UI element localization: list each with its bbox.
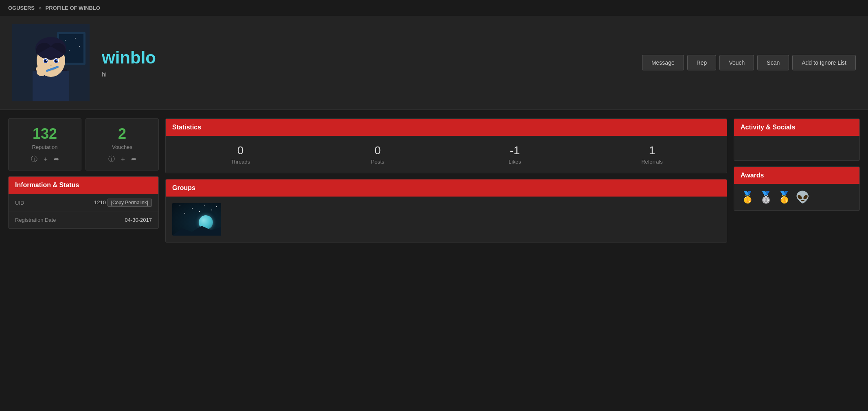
award-3[interactable]: 🥇: [777, 190, 791, 204]
group-badge[interactable]: [172, 203, 221, 236]
registration-value: 04-30-2017: [125, 217, 152, 223]
activity-content: [734, 136, 859, 160]
right-column: Activity & Socials Awards 🥇 🥈 🥇 👽: [734, 118, 860, 243]
svg-point-5: [75, 38, 76, 39]
middle-column: Statistics 0 Threads 0 Posts -1 Likes 1 …: [165, 118, 727, 243]
breadcrumb: OGUSERS » PROFILE OF WINBLO: [0, 0, 868, 16]
awards-content: 🥇 🥈 🥇 👽: [734, 184, 859, 210]
posts-label: Posts: [311, 159, 444, 165]
vouches-info-icon[interactable]: ⓘ: [108, 155, 115, 164]
copy-permalink-button[interactable]: [Copy Permalink]: [107, 199, 152, 207]
vouches-box: 2 Vouches ⓘ ＋ ➦: [85, 118, 159, 171]
activity-socials-section: Activity & Socials: [734, 118, 860, 161]
breadcrumb-page: PROFILE OF WINBLO: [46, 5, 100, 11]
likes-stat: -1 Likes: [448, 144, 581, 165]
message-button[interactable]: Message: [642, 55, 684, 70]
breadcrumb-arrow: »: [39, 5, 42, 11]
reputation-box: 132 Reputation ⓘ ＋ ➦: [8, 118, 81, 171]
likes-label: Likes: [448, 159, 581, 165]
threads-label: Threads: [174, 159, 307, 165]
award-4[interactable]: 👽: [796, 190, 810, 204]
svg-point-4: [65, 40, 66, 41]
reputation-add-icon[interactable]: ＋: [42, 155, 49, 164]
registration-label: Registration Date: [15, 217, 56, 223]
posts-stat: 0 Posts: [311, 144, 444, 165]
referrals-value: 1: [585, 144, 719, 157]
information-status-section: Information & Status UID 1210 [Copy Perm…: [8, 176, 159, 229]
award-1[interactable]: 🥇: [741, 190, 755, 204]
action-buttons: Message Rep Vouch Scan Add to Ignore Lis…: [642, 55, 856, 70]
groups-section: Groups: [165, 179, 727, 243]
posts-value: 0: [311, 144, 444, 157]
awards-section: Awards 🥇 🥈 🥇 👽: [734, 166, 860, 211]
groups-header: Groups: [166, 179, 727, 197]
scan-button[interactable]: Scan: [757, 55, 789, 70]
uid-label: UID: [15, 200, 24, 206]
svg-point-19: [57, 60, 58, 61]
vouch-button[interactable]: Vouch: [719, 55, 754, 70]
profile-header: winblo hi Message Rep Vouch Scan Add to …: [0, 16, 868, 110]
referrals-stat: 1 Referrals: [585, 144, 719, 165]
username: winblo: [102, 48, 630, 68]
uid-row: UID 1210 [Copy Permalink]: [9, 194, 158, 212]
statistics-header: Statistics: [166, 119, 727, 136]
rep-button[interactable]: Rep: [687, 55, 717, 70]
award-2[interactable]: 🥈: [759, 190, 773, 204]
ignore-button[interactable]: Add to Ignore List: [792, 55, 856, 70]
username-section: winblo hi: [102, 48, 630, 78]
vouches-icons: ⓘ ＋ ➦: [92, 155, 152, 164]
svg-point-7: [69, 50, 70, 51]
activity-socials-header: Activity & Socials: [734, 119, 859, 136]
information-status-header: Information & Status: [9, 177, 158, 194]
uid-value: 1210 [Copy Permalink]: [94, 199, 152, 207]
svg-point-6: [79, 46, 80, 47]
vouches-add-icon[interactable]: ＋: [120, 155, 126, 164]
threads-stat: 0 Threads: [174, 144, 307, 165]
reputation-info-icon[interactable]: ⓘ: [31, 155, 37, 164]
svg-point-18: [46, 60, 47, 61]
reputation-share-icon[interactable]: ➦: [54, 155, 59, 164]
statistics-grid: 0 Threads 0 Posts -1 Likes 1 Referrals: [166, 136, 727, 173]
breadcrumb-site[interactable]: OGUSERS: [8, 5, 35, 11]
reputation-icons: ⓘ ＋ ➦: [15, 155, 75, 164]
statistics-section: Statistics 0 Threads 0 Posts -1 Likes 1 …: [165, 118, 727, 173]
referrals-label: Referrals: [585, 159, 719, 165]
rep-vouches: 132 Reputation ⓘ ＋ ➦ 2 Vouches ⓘ ＋ ➦: [8, 118, 159, 171]
likes-value: -1: [448, 144, 581, 157]
groups-content: [166, 197, 727, 242]
vouches-value: 2: [92, 125, 152, 142]
threads-value: 0: [174, 144, 307, 157]
avatar: [12, 24, 90, 101]
reputation-label: Reputation: [15, 144, 75, 150]
left-column: 132 Reputation ⓘ ＋ ➦ 2 Vouches ⓘ ＋ ➦ Inf…: [8, 118, 159, 243]
awards-header: Awards: [734, 167, 859, 184]
user-bio: hi: [102, 71, 630, 78]
vouches-share-icon[interactable]: ➦: [131, 155, 136, 164]
main-content: 132 Reputation ⓘ ＋ ➦ 2 Vouches ⓘ ＋ ➦ Inf…: [0, 110, 868, 251]
reputation-value: 132: [15, 125, 75, 142]
vouches-label: Vouches: [92, 144, 152, 150]
registration-row: Registration Date 04-30-2017: [9, 212, 158, 228]
